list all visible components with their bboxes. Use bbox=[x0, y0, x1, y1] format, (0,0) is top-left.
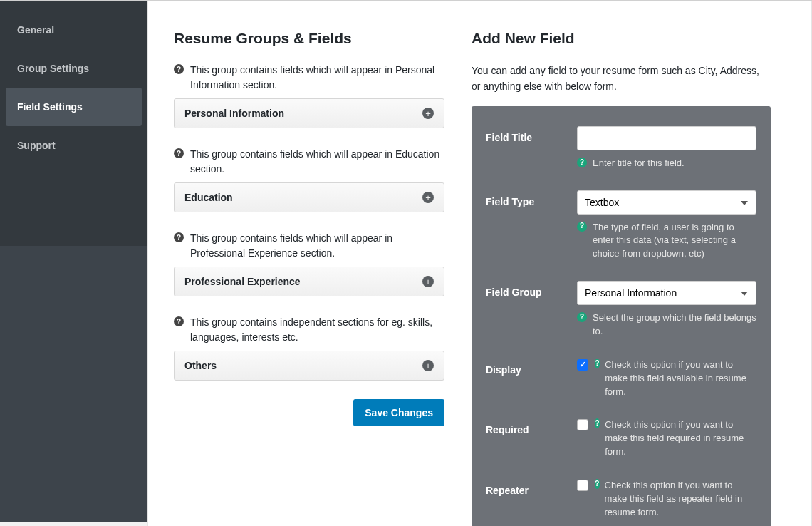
row-required: Required ? Check this option if you want… bbox=[486, 418, 756, 459]
label-display: Display bbox=[486, 359, 577, 399]
field-group-value[interactable] bbox=[577, 281, 756, 305]
accordion-title: Education bbox=[184, 192, 233, 203]
help-text: Check this option if you want to make th… bbox=[605, 479, 756, 520]
row-field-group: Field Group ? Select the group which the… bbox=[486, 281, 756, 339]
group-description-text: This group contains fields which will ap… bbox=[190, 147, 444, 177]
accordion-title: Professional Experience bbox=[184, 276, 301, 287]
add-field-panel: Field Title ? Enter title for this field… bbox=[472, 106, 771, 526]
add-field-heading: Add New Field bbox=[472, 30, 771, 47]
column-add-field: Add New Field You can add any field to y… bbox=[472, 30, 771, 526]
accordion-personal-information[interactable]: Personal Information + bbox=[174, 98, 444, 128]
repeater-checkbox[interactable] bbox=[577, 480, 588, 491]
question-icon: ? bbox=[174, 232, 184, 242]
accordion-others[interactable]: Others + bbox=[174, 351, 444, 381]
sidebar-item-field-settings[interactable]: Field Settings bbox=[6, 88, 142, 126]
label-field-type: Field Type bbox=[486, 190, 577, 262]
row-display: Display ? Check this option if you want … bbox=[486, 359, 756, 399]
add-field-intro: You can add any field to your resume for… bbox=[472, 63, 771, 95]
save-changes-button[interactable]: Save Changes bbox=[353, 399, 444, 426]
field-type-value[interactable] bbox=[577, 190, 756, 215]
question-icon: ? bbox=[577, 312, 587, 322]
groups-heading: Resume Groups & Fields bbox=[174, 30, 444, 47]
sidebar-item-general[interactable]: General bbox=[0, 11, 147, 49]
help-text: Enter title for this field. bbox=[593, 157, 685, 170]
app-root: General Group Settings Field Settings Su… bbox=[0, 0, 812, 526]
row-field-type: Field Type ? The type of field, a user i… bbox=[486, 190, 756, 262]
column-groups: Resume Groups & Fields ? This group cont… bbox=[174, 30, 444, 526]
help-text: Check this option if you want to make th… bbox=[605, 359, 756, 399]
accordion-title: Others bbox=[184, 360, 217, 371]
help-text: Check this option if you want to make th… bbox=[605, 418, 756, 459]
sidebar-item-label: General bbox=[17, 24, 54, 36]
display-checkbox[interactable] bbox=[577, 359, 588, 371]
question-icon: ? bbox=[577, 158, 587, 167]
question-icon: ? bbox=[174, 64, 184, 74]
accordion-title: Personal Information bbox=[184, 108, 284, 119]
group-description: ? This group contains independent sectio… bbox=[174, 315, 444, 345]
plus-icon: + bbox=[422, 108, 434, 119]
label-field-title: Field Title bbox=[486, 126, 577, 170]
sidebar-item-label: Group Settings bbox=[17, 63, 89, 74]
plus-icon: + bbox=[422, 360, 434, 371]
sidebar-item-label: Support bbox=[17, 140, 56, 151]
field-type-select[interactable] bbox=[577, 190, 756, 215]
row-field-title: Field Title ? Enter title for this field… bbox=[486, 126, 756, 170]
content: Resume Groups & Fields ? This group cont… bbox=[147, 1, 812, 526]
label-repeater: Repeater bbox=[486, 479, 577, 520]
help-text: Select the group which the field belongs… bbox=[593, 311, 756, 339]
help-text: The type of field, a user is going to en… bbox=[593, 221, 756, 262]
plus-icon: + bbox=[422, 192, 434, 203]
field-title-input[interactable] bbox=[577, 126, 756, 150]
sidebar-item-label: Field Settings bbox=[17, 101, 83, 113]
sidebar-item-group-settings[interactable]: Group Settings bbox=[0, 49, 147, 88]
group-description-text: This group contains fields which will ap… bbox=[190, 231, 444, 261]
question-icon: ? bbox=[595, 479, 600, 489]
question-icon: ? bbox=[174, 148, 184, 158]
group-description: ? This group contains fields which will … bbox=[174, 147, 444, 177]
question-icon: ? bbox=[595, 418, 600, 428]
sidebar: General Group Settings Field Settings Su… bbox=[0, 1, 147, 522]
sidebar-rest bbox=[0, 246, 147, 522]
accordion-education[interactable]: Education + bbox=[174, 182, 444, 212]
group-description: ? This group contains fields which will … bbox=[174, 63, 444, 93]
group-description-text: This group contains fields which will ap… bbox=[190, 63, 444, 93]
label-field-group: Field Group bbox=[486, 281, 577, 339]
row-repeater: Repeater ? Check this option if you want… bbox=[486, 479, 756, 520]
field-group-select[interactable] bbox=[577, 281, 756, 305]
group-description: ? This group contains fields which will … bbox=[174, 231, 444, 261]
accordion-professional-experience[interactable]: Professional Experience + bbox=[174, 267, 444, 296]
question-icon: ? bbox=[595, 359, 600, 368]
plus-icon: + bbox=[422, 276, 434, 287]
group-description-text: This group contains independent sections… bbox=[190, 315, 444, 345]
required-checkbox[interactable] bbox=[577, 419, 588, 430]
main-row: General Group Settings Field Settings Su… bbox=[0, 1, 812, 526]
sidebar-item-support[interactable]: Support bbox=[0, 126, 147, 165]
label-required: Required bbox=[486, 418, 577, 459]
question-icon: ? bbox=[577, 222, 587, 232]
question-icon: ? bbox=[174, 316, 184, 326]
